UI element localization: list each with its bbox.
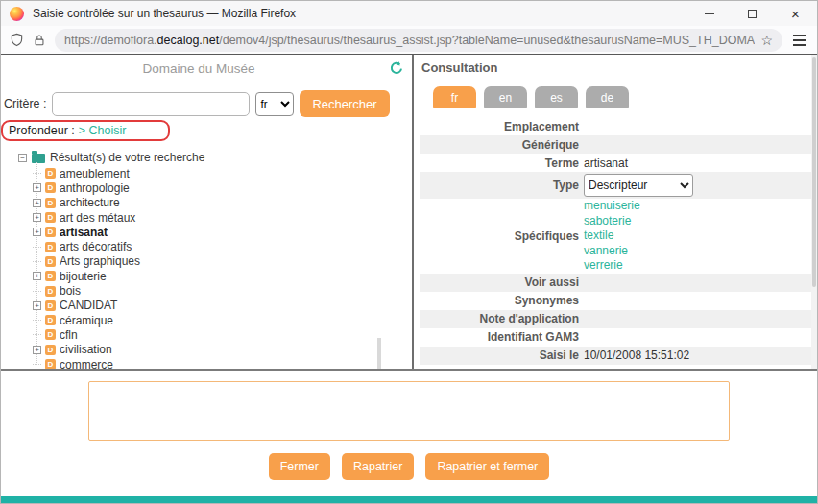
bottom-buttons: FermerRapatrierRapatrier et fermer	[1, 453, 817, 480]
descriptor-icon: D	[45, 359, 56, 369]
collapse-icon[interactable]: −	[18, 154, 27, 162]
specific-term-link[interactable]: verrerie	[584, 258, 640, 274]
thesaurus-title: Domaine du Musée	[9, 61, 389, 76]
descriptor-icon: D	[45, 315, 56, 325]
type-select[interactable]: Descripteur	[584, 174, 693, 197]
maximize-icon	[748, 10, 757, 18]
field-label: Spécifiques	[420, 229, 579, 243]
field-row: Termeartisanat	[420, 154, 811, 172]
right-panel-scrollbar[interactable]	[812, 57, 816, 287]
tree-item[interactable]: Dcommerce	[7, 357, 412, 369]
tree-connector	[33, 173, 41, 174]
field-row: Synonymes	[420, 292, 811, 310]
specific-term-link[interactable]: textile	[584, 228, 640, 244]
tree-item[interactable]: Darts décoratifs	[7, 239, 412, 253]
minimize-button[interactable]	[687, 1, 731, 26]
field-row: TypeDescripteur	[420, 172, 811, 199]
tab-en[interactable]: en	[484, 86, 527, 108]
tree-item-label: civilisation	[60, 343, 112, 356]
tree-item[interactable]: +Dcivilisation	[7, 343, 412, 357]
close-button[interactable]: ×	[774, 1, 817, 26]
search-button[interactable]: Rechercher	[300, 90, 389, 117]
field-label: Emplacement	[420, 120, 579, 133]
main-content: Domaine du Musée Critère : fr Rechercher…	[1, 54, 817, 371]
descriptor-icon: D	[45, 227, 56, 237]
expand-icon[interactable]: +	[33, 213, 41, 222]
tree-item[interactable]: +DCANDIDAT	[7, 299, 412, 313]
tree-item-label: Arts graphiques	[60, 254, 140, 268]
field-value: Descripteur	[579, 172, 693, 199]
descriptor-icon: D	[45, 300, 56, 311]
address-field[interactable]: https://demoflora.decalog.net/demov4/jsp…	[55, 29, 782, 52]
specific-term-link[interactable]: saboterie	[584, 214, 640, 229]
tree-connector	[33, 291, 41, 292]
folder-icon	[32, 154, 45, 163]
language-tabs: frenesde	[433, 86, 817, 108]
tree-item[interactable]: +Darchitecture	[7, 196, 412, 210]
field-label: Saisi par	[420, 367, 579, 369]
criteria-input[interactable]	[52, 92, 250, 116]
specific-term-link[interactable]: vannerie	[584, 244, 640, 259]
bottom-section: FermerRapatrierRapatrier et fermer	[1, 381, 817, 504]
tree-item[interactable]: +Danthropologie	[7, 180, 412, 195]
tree-item[interactable]: DArts graphiques	[7, 254, 412, 269]
depth-choose-link[interactable]: > Choisir	[79, 124, 127, 137]
tree-item[interactable]: +Dbijouterie	[7, 269, 412, 283]
tree-item-label: bois	[60, 284, 81, 298]
expand-icon[interactable]: +	[33, 346, 41, 354]
tree-item[interactable]: +Dartisanat	[7, 225, 412, 239]
field-row: Note d'application	[420, 310, 811, 328]
tab-fr[interactable]: fr	[433, 86, 476, 108]
rapatrier-button[interactable]: Rapatrier	[342, 453, 414, 480]
tree-connector	[33, 247, 41, 248]
left-panel-scrollbar[interactable]	[377, 338, 381, 369]
menu-icon[interactable]	[791, 33, 808, 48]
criteria-label: Critère :	[4, 97, 46, 110]
tree-item[interactable]: +Dart des métaux	[7, 210, 412, 225]
rapatrier-et-fermer-button[interactable]: Rapatrier et fermer	[425, 453, 549, 480]
tree-item[interactable]: Dbois	[7, 283, 412, 298]
consultation-title: Consultation	[421, 60, 817, 75]
consultation-panel: Consultation frenesde EmplacementGénériq…	[414, 55, 817, 369]
specific-term-link[interactable]: menuiserie	[584, 199, 640, 214]
refresh-icon[interactable]	[389, 60, 404, 76]
field-value: 10/01/2008 15:51:02	[579, 348, 689, 362]
note-textarea[interactable]	[88, 381, 730, 441]
expand-icon[interactable]: +	[33, 183, 41, 192]
descriptor-icon: D	[45, 198, 56, 208]
tab-de[interactable]: de	[586, 86, 629, 108]
descriptor-icon: D	[45, 182, 56, 193]
thesaurus-panel: Domaine du Musée Critère : fr Rechercher…	[1, 55, 412, 369]
tree-item-label: art des métaux	[60, 211, 135, 225]
maximize-button[interactable]	[731, 1, 774, 26]
expand-icon[interactable]: +	[33, 272, 41, 280]
tree-item-label: anthropologie	[60, 181, 130, 195]
field-row: Générique	[420, 135, 811, 154]
shield-icon[interactable]	[10, 33, 24, 47]
tree-item-label: ameublement	[60, 167, 130, 180]
descriptor-icon: D	[45, 212, 56, 223]
expand-icon[interactable]: +	[33, 301, 41, 310]
window-controls: ×	[687, 1, 817, 26]
tree-item[interactable]: Dcfln	[7, 327, 412, 342]
fermer-button[interactable]: Fermer	[269, 453, 330, 480]
url-domain: decalog.net	[157, 34, 220, 47]
tree-connector	[33, 364, 41, 365]
tree-item[interactable]: Dameublement	[7, 166, 412, 180]
expand-icon[interactable]: +	[33, 228, 41, 236]
tree-item[interactable]: Dcéramique	[7, 313, 412, 327]
language-select[interactable]: fr	[255, 92, 294, 116]
descriptor-icon: D	[45, 242, 56, 252]
bookmark-star-icon[interactable]: ☆	[760, 33, 773, 48]
tree-root[interactable]: − Résultat(s) de votre recherche	[7, 150, 412, 165]
expand-icon[interactable]: +	[33, 199, 41, 207]
bottom-accent-bar	[1, 496, 817, 503]
tree-item-label: CANDIDAT	[60, 299, 117, 312]
field-row: Spécifiquesmenuiseriesaboterietextilevan…	[420, 199, 811, 274]
lock-icon[interactable]	[33, 34, 46, 47]
field-label: Voir aussi	[420, 276, 579, 289]
tab-es[interactable]: es	[535, 86, 578, 108]
tree-connector	[33, 320, 41, 321]
field-label: Identifiant GAM3	[420, 330, 579, 344]
descriptor-icon: D	[45, 345, 56, 355]
